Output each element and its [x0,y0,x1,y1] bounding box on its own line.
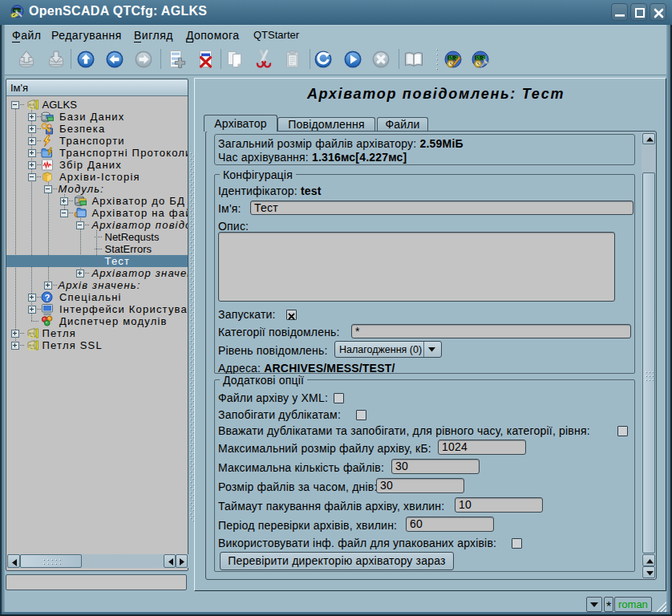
svg-text:AGL: AGL [29,103,36,107]
svg-text:AGL: AGL [29,331,36,335]
svg-text:AGL: AGL [29,343,36,347]
svg-text:15:21: 15:21 [14,9,22,12]
svg-text:?: ? [45,293,51,302]
